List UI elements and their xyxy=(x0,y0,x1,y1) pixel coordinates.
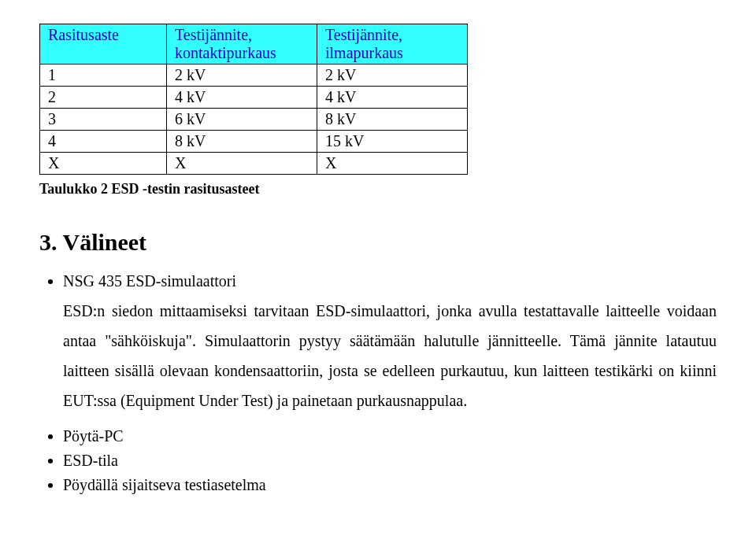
list-item-description: ESD:n siedon mittaamiseksi tarvitaan ESD… xyxy=(63,296,717,415)
section-title: Välineet xyxy=(62,229,146,255)
table-cell: 1 xyxy=(40,65,167,87)
table-header-row: Rasitusaste Testijännite, kontaktipurkau… xyxy=(40,24,468,65)
list-item: ESD-tila xyxy=(63,451,717,471)
table-cell: X xyxy=(40,153,167,175)
table-cell: 3 xyxy=(40,109,167,131)
list-item-title: Pöytä-PC xyxy=(63,427,124,445)
list-item-title: NSG 435 ESD-simulaattori xyxy=(63,272,236,290)
table-cell: X xyxy=(167,153,317,175)
section-number: 3. xyxy=(39,229,57,255)
table-cell: 15 kV xyxy=(317,131,468,153)
table-row: X X X xyxy=(40,153,468,175)
table-cell: 6 kV xyxy=(167,109,317,131)
table-cell: 2 kV xyxy=(317,65,468,87)
table-cell: X xyxy=(317,153,468,175)
table-cell: 8 kV xyxy=(167,131,317,153)
table-header-cell: Testijännite, kontaktipurkaus xyxy=(167,24,317,65)
table-row: 1 2 kV 2 kV xyxy=(40,65,468,87)
stress-levels-table: Rasitusaste Testijännite, kontaktipurkau… xyxy=(39,24,468,175)
table-cell: 2 xyxy=(40,87,167,109)
table-cell: 2 kV xyxy=(167,65,317,87)
table-cell: 4 kV xyxy=(317,87,468,109)
table-caption: Taulukko 2 ESD -testin rasitusasteet xyxy=(39,181,717,198)
table-cell: 4 kV xyxy=(167,87,317,109)
section-heading: 3. Välineet xyxy=(39,229,717,256)
table-header-cell: Testijännite, ilmapurkaus xyxy=(317,24,468,65)
table-row: 3 6 kV 8 kV xyxy=(40,109,468,131)
table-cell: 8 kV xyxy=(317,109,468,131)
list-item-title: ESD-tila xyxy=(63,452,118,469)
equipment-list: NSG 435 ESD-simulaattori ESD:n siedon mi… xyxy=(63,271,717,495)
table-row: 4 8 kV 15 kV xyxy=(40,131,468,153)
table-cell: 4 xyxy=(40,131,167,153)
list-item-title: Pöydällä sijaitseva testiasetelma xyxy=(63,476,266,493)
list-item: Pöytä-PC xyxy=(63,426,717,446)
list-item: NSG 435 ESD-simulaattori ESD:n siedon mi… xyxy=(63,271,717,415)
table-row: 2 4 kV 4 kV xyxy=(40,87,468,109)
list-item: Pöydällä sijaitseva testiasetelma xyxy=(63,475,717,495)
table-header-cell: Rasitusaste xyxy=(40,24,167,65)
